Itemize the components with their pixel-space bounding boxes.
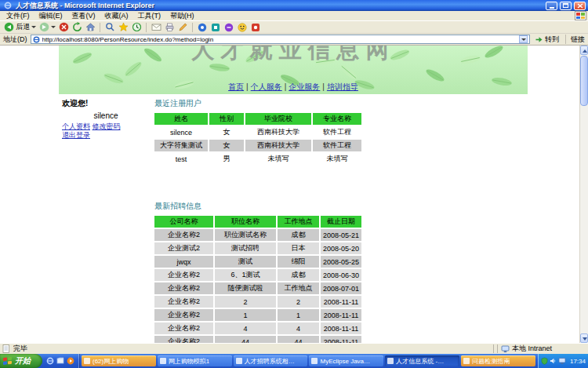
column-header: 毕业院校	[245, 113, 311, 125]
scroll-down-arrow[interactable]	[580, 333, 588, 343]
document-status-icon	[2, 344, 10, 353]
security-shield-icon[interactable]	[541, 357, 548, 365]
taskbar-button-4[interactable]: MyEclipse Java…	[309, 355, 383, 366]
go-button[interactable]: 转到	[533, 35, 561, 45]
address-input[interactable]: http://localhost:8080/PersonResource/ind…	[31, 35, 531, 44]
print-icon	[165, 22, 175, 32]
table-row: 企业名称2 1 1 2008-11-11	[154, 309, 361, 321]
recent-jobs-title: 最新招聘信息	[154, 201, 363, 212]
table-cell: 2008-11-11	[321, 322, 361, 334]
nav-training-guide[interactable]: 培训指导	[327, 82, 358, 91]
page-favicon-icon	[33, 36, 40, 43]
column-header: 性别	[209, 113, 244, 125]
edit-button[interactable]	[177, 22, 188, 33]
volume-icon[interactable]	[550, 357, 557, 365]
back-dropdown-icon[interactable]	[31, 26, 36, 28]
plugin-button-4[interactable]	[250, 22, 261, 33]
close-button[interactable]	[574, 2, 586, 10]
table-cell: 2	[278, 296, 319, 308]
table-cell: jwqx	[154, 256, 213, 268]
username-text: silence	[62, 111, 150, 120]
profile-link[interactable]: 个人资料	[62, 122, 90, 130]
links-label[interactable]: 链接	[571, 35, 585, 45]
print-button[interactable]	[164, 22, 175, 33]
plugin-button-2[interactable]	[210, 22, 221, 33]
taskbar-button-1[interactable]: (62)网上购物	[82, 355, 156, 366]
column-header: 姓名	[154, 113, 208, 125]
nav-personal-services[interactable]: 个人服务	[251, 82, 282, 91]
quicklaunch-media-player-icon[interactable]	[67, 357, 74, 365]
taskbar-clock[interactable]: 17:34	[570, 358, 586, 365]
windows-taskbar: 开始 (62)网上购物 网上购物模拟1 人才招聘系统相… MyEclipse J…	[0, 354, 588, 368]
forward-button[interactable]	[38, 22, 56, 33]
menu-edit[interactable]: 编辑(E)	[34, 11, 67, 21]
minimize-button[interactable]	[546, 2, 557, 10]
table-cell: 日本	[278, 242, 319, 254]
vertical-scrollbar[interactable]	[579, 46, 588, 343]
refresh-button[interactable]	[71, 22, 82, 33]
table-cell: 职位测试名称	[215, 229, 276, 241]
intranet-zone-icon	[501, 345, 510, 353]
maximize-button[interactable]	[560, 2, 572, 10]
quicklaunch-show-desktop-icon[interactable]	[56, 357, 64, 365]
menu-bar: 文件(F) 编辑(E) 查看(V) 收藏(A) 工具(T) 帮助(H)	[0, 11, 588, 21]
change-password-link[interactable]: 修改密码	[93, 122, 121, 130]
scrollbar-thumb[interactable]	[580, 56, 588, 106]
taskbar-button-6[interactable]: 问题检测指南	[461, 355, 535, 366]
table-cell: 企业名称2	[154, 282, 213, 294]
go-arrow-icon	[535, 35, 543, 44]
table-cell: 44	[215, 336, 276, 343]
window-title: 人才信息系统 - Microsoft Internet Explorer	[16, 1, 543, 11]
quicklaunch-ie-icon[interactable]	[46, 357, 54, 365]
home-button[interactable]	[85, 22, 96, 33]
table-cell: 2008-05-20	[321, 242, 361, 254]
taskbar-button-3[interactable]: 人才招聘系统相…	[234, 355, 308, 366]
menu-view[interactable]: 查看(V)	[67, 11, 100, 21]
back-label: 后退	[16, 22, 30, 32]
nav-separator: |	[322, 82, 325, 91]
favorites-button[interactable]	[118, 22, 129, 33]
main-nav: 首页|个人服务|企业服务|培训指导	[59, 82, 528, 93]
menu-help[interactable]: 帮助(H)	[165, 11, 199, 21]
table-cell: 测试	[215, 256, 276, 268]
back-button[interactable]: 后退	[3, 22, 36, 33]
scroll-up-arrow[interactable]	[580, 46, 588, 55]
table-cell: test	[154, 153, 208, 165]
plugin-button-3[interactable]	[223, 22, 234, 33]
address-label: 地址(D)	[3, 35, 27, 45]
stop-button[interactable]	[58, 22, 69, 33]
close-icon	[577, 3, 583, 9]
table-row: 企业名称2 4 4 2008-11-11	[154, 322, 361, 334]
table-cell: 2008-11-11	[321, 309, 361, 321]
menu-favorites[interactable]: 收藏(A)	[100, 11, 133, 21]
column-header: 职位名称	[215, 216, 276, 228]
network-icon[interactable]	[558, 357, 566, 365]
smiley-button[interactable]	[237, 22, 248, 33]
table-cell: 未填写	[313, 153, 361, 165]
table-cell: 女	[209, 126, 244, 138]
forward-dropdown-icon[interactable]	[51, 26, 56, 28]
search-button[interactable]	[104, 22, 115, 33]
table-cell: 1	[215, 309, 276, 321]
table-row: jwqx 测试 绵阳 2008-05-25	[154, 256, 361, 268]
logout-link[interactable]: 退出登录	[62, 131, 90, 139]
start-button[interactable]: 开始	[0, 354, 42, 368]
site-banner: 人才就业信息网 首页|个人服务|企业服务|培训指导	[59, 46, 528, 94]
table-cell: 软件工程	[313, 140, 361, 151]
taskbar-button-5[interactable]: 人才信息系统 -…	[385, 355, 459, 366]
history-button[interactable]	[131, 22, 142, 33]
windows-logo-icon	[575, 11, 586, 20]
browser-viewport: 人才就业信息网 首页|个人服务|企业服务|培训指导 欢迎您! silence 个…	[0, 46, 588, 343]
nav-home[interactable]: 首页	[228, 82, 244, 91]
menu-file[interactable]: 文件(F)	[2, 11, 34, 21]
menu-tools[interactable]: 工具(T)	[133, 11, 166, 21]
taskbar-button-2[interactable]: 网上购物模拟1	[158, 355, 232, 366]
mail-button[interactable]	[151, 22, 162, 33]
nav-separator: |	[246, 82, 249, 91]
plugin-button-1[interactable]	[197, 22, 208, 33]
forward-icon	[38, 22, 49, 33]
nav-enterprise-services[interactable]: 企业服务	[289, 82, 320, 91]
address-dropdown-button[interactable]	[519, 35, 528, 43]
table-cell: 2008-05-25	[321, 256, 361, 268]
table-cell: 未填写	[245, 153, 311, 165]
